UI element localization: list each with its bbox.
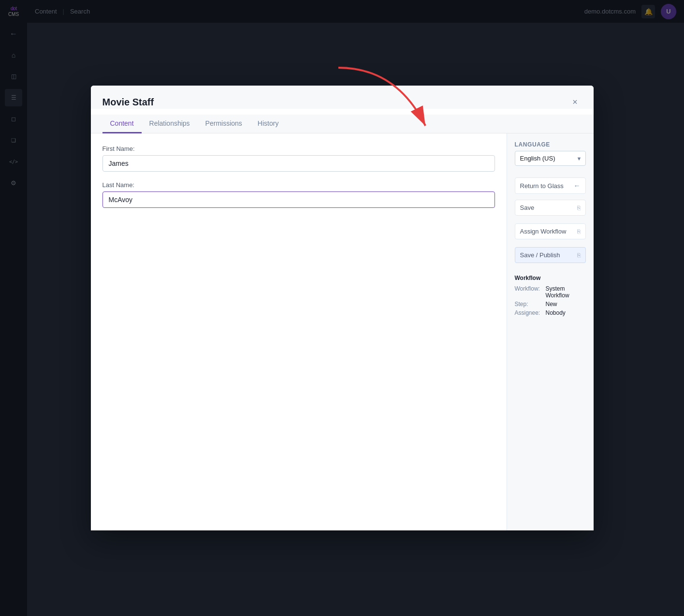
save-publish-button[interactable]: Save / Publish ⎘ (515, 247, 586, 263)
modal-close-button[interactable]: × (568, 95, 582, 109)
modal-header: Movie Staff × (91, 86, 594, 109)
assign-workflow-icon: ⎘ (577, 228, 581, 235)
language-select[interactable]: English (US) (515, 151, 586, 166)
first-name-field-group: First Name: (102, 145, 495, 172)
modal-title: Movie Staff (102, 97, 154, 108)
tabs-bar: Content Relationships Permissions Histor… (91, 115, 594, 133)
action-sidebar: Language English (US) ▼ Return to Glass … (507, 133, 594, 530)
tab-content[interactable]: Content (102, 115, 142, 133)
last-name-field-group: Last Name: (102, 181, 495, 208)
language-select-wrapper: English (US) ▼ (515, 151, 586, 166)
return-arrow-icon: ← (574, 182, 581, 190)
modal-dialog: Movie Staff × Content Relationships Perm… (91, 86, 594, 530)
language-label: Language (515, 141, 586, 148)
last-name-label: Last Name: (102, 181, 495, 189)
workflow-row-step: Step: New (515, 301, 586, 308)
workflow-row-workflow: Workflow: System Workflow (515, 285, 586, 299)
save-publish-icon: ⎘ (577, 252, 581, 259)
return-to-glass-button[interactable]: Return to Glass ← (515, 177, 586, 194)
language-section: Language English (US) ▼ (515, 141, 586, 166)
return-label: Return to Glass (520, 182, 564, 190)
modal-body: First Name: Last Name: Language English … (91, 133, 594, 530)
tab-permissions[interactable]: Permissions (198, 115, 250, 133)
save-icon: ⎘ (577, 205, 581, 211)
workflow-section: Workflow Workflow: System Workflow Step:… (515, 275, 586, 318)
tab-history[interactable]: History (250, 115, 287, 133)
workflow-row-assignee: Assignee: Nobody (515, 309, 586, 316)
first-name-label: First Name: (102, 145, 495, 152)
last-name-input[interactable] (102, 191, 495, 208)
save-button[interactable]: Save ⎘ (515, 200, 586, 216)
assign-workflow-button[interactable]: Assign Workflow ⎘ (515, 223, 586, 239)
first-name-input[interactable] (102, 155, 495, 172)
form-area: First Name: Last Name: (91, 133, 507, 530)
tab-relationships[interactable]: Relationships (142, 115, 198, 133)
workflow-title: Workflow (515, 275, 586, 281)
